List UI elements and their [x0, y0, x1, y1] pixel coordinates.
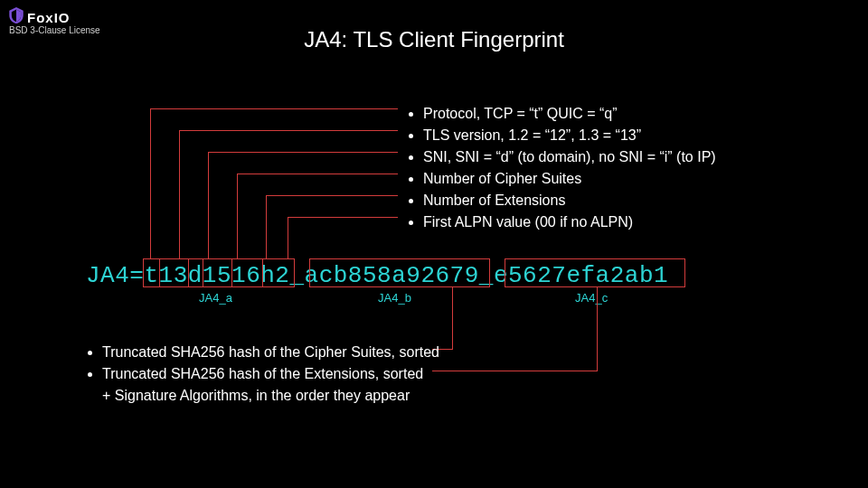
page-title: JA4: TLS Client Fingerprint	[0, 27, 868, 52]
connector-line	[288, 217, 288, 258]
connector-line	[231, 258, 232, 287]
connector-line	[179, 130, 180, 258]
connector-line	[266, 195, 267, 258]
label-ja4b: JA4_b	[378, 291, 411, 305]
connector-line	[188, 258, 189, 287]
connector-line	[159, 258, 160, 287]
field-descriptions: Protocol, TCP = “t” QUIC = “q” TLS versi…	[407, 103, 716, 233]
label-ja4c: JA4_c	[575, 291, 608, 305]
connector-line	[237, 174, 398, 174]
bullet-ext-count: Number of Extensions	[423, 190, 716, 211]
box-ja4a	[143, 258, 295, 287]
logo-text: FoxIO	[27, 10, 71, 25]
bullet-tls-version: TLS version, 1.2 = “12”, 1.3 = “13”	[423, 125, 716, 146]
connector-line	[208, 152, 209, 258]
connector-line	[179, 130, 398, 131]
connector-line	[266, 195, 398, 196]
shield-icon	[9, 7, 24, 27]
connector-line	[288, 217, 398, 218]
connector-line	[262, 258, 263, 287]
box-ja4c	[505, 258, 685, 287]
bullet-alpn: First ALPN value (00 if no ALPN)	[423, 211, 716, 233]
fp-prefix: JA4=	[86, 262, 144, 289]
label-ja4a: JA4_a	[199, 291, 232, 305]
connector-line	[432, 371, 598, 371]
connector-line	[208, 152, 398, 153]
connector-line	[597, 287, 598, 371]
connector-line	[452, 287, 453, 349]
bullet-sig-algs: + Signature Algorithms, in the order the…	[102, 385, 439, 407]
connector-line	[150, 108, 398, 109]
connector-line	[237, 174, 238, 258]
connector-line	[203, 258, 203, 287]
bullet-ext-hash: Truncated SHA256 hash of the Extensions,…	[102, 363, 439, 385]
hash-descriptions: Truncated SHA256 hash of the Cipher Suit…	[86, 342, 439, 407]
bullet-cipher-count: Number of Cipher Suites	[423, 168, 716, 190]
bullet-sni: SNI, SNI = “d” (to domain), no SNI = “i”…	[423, 146, 716, 168]
logo: FoxIO	[9, 7, 71, 27]
connector-line	[150, 108, 151, 258]
bullet-cipher-hash: Truncated SHA256 hash of the Cipher Suit…	[102, 342, 439, 363]
bullet-protocol: Protocol, TCP = “t” QUIC = “q”	[423, 103, 716, 125]
box-ja4b	[309, 258, 490, 287]
